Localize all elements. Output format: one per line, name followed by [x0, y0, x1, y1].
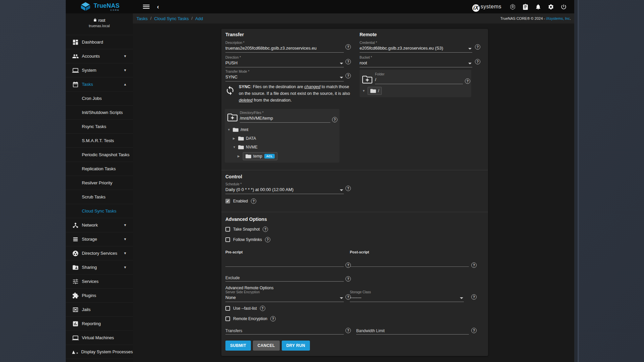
tree-collapse-icon[interactable]: ▼	[227, 128, 231, 131]
sidebar-item-network[interactable]: Network ▼	[66, 218, 133, 232]
follow-symlinks-checkbox[interactable]	[225, 237, 230, 242]
dropdown-arrow-icon[interactable]	[340, 297, 343, 299]
take-snapshot-help-icon[interactable]: ?	[263, 227, 268, 232]
sidebar-item-reporting[interactable]: Reporting	[66, 316, 133, 330]
remote-encryption-help-icon[interactable]: ?	[270, 316, 276, 321]
bandwidth-limit-input[interactable]	[356, 334, 469, 335]
follow-symlinks-help-icon[interactable]: ?	[265, 237, 270, 242]
sidebar-item-services[interactable]: Services	[66, 274, 133, 288]
sidebar-item-resilver-priority[interactable]: Resilver Priority	[66, 176, 133, 190]
pre-script-help-icon[interactable]: ?	[345, 262, 351, 268]
credential-help-icon[interactable]: ?	[475, 44, 480, 50]
truecommand-icon[interactable]	[509, 4, 516, 10]
sidebar-item-storage[interactable]: Storage ▼	[66, 232, 133, 246]
remote-tree-row-root[interactable]: ▼ /	[362, 87, 382, 95]
tree-row-data[interactable]: ▶ DATA	[233, 136, 256, 141]
breadcrumb-add[interactable]: Add	[195, 16, 203, 21]
dropdown-arrow-icon[interactable]	[340, 77, 343, 78]
back-chevron-icon[interactable]: ‹	[157, 4, 159, 10]
transfers-input[interactable]	[225, 334, 344, 335]
bucket-select[interactable]: Bucket * root	[360, 56, 472, 67]
sidebar-item-display-system-processes[interactable]: Display System Processes	[66, 345, 133, 359]
sidebar-item-shell[interactable]: >_ Shell	[66, 359, 133, 362]
sidebar-item-sharing[interactable]: Sharing ▼	[66, 260, 133, 274]
direction-select[interactable]: Direction * PUSH	[225, 56, 344, 67]
storage-class-help-icon[interactable]: ?	[471, 294, 477, 300]
fast-list-help-icon[interactable]: ?	[260, 306, 265, 311]
bucket-help-icon[interactable]: ?	[475, 59, 480, 64]
credential-select[interactable]: Credential * e205fcd68bbc.gslb.z3.zerose…	[360, 41, 472, 53]
sidebar-item-periodic-snapshot-tasks[interactable]: Periodic Snapshot Tasks	[66, 147, 133, 162]
fast-list-checkbox[interactable]	[225, 306, 230, 311]
tree-expand-icon[interactable]: ▶	[233, 137, 236, 140]
menu-hamburger-icon[interactable]	[143, 4, 150, 10]
window-scrollbar-thumb[interactable]	[578, 0, 579, 362]
transfer-mode-select[interactable]: Transfer Mode * SYNC	[225, 70, 344, 81]
exclude-help-icon[interactable]: ?	[345, 276, 351, 282]
dropdown-arrow-icon[interactable]	[460, 297, 463, 299]
folder-add-icon[interactable]	[227, 113, 237, 123]
cancel-button[interactable]: CANCEL	[253, 341, 280, 351]
tree-expand-icon[interactable]: ▼	[362, 89, 366, 93]
folder-add-icon[interactable]	[362, 75, 372, 85]
sidebar-item-rsync-tasks[interactable]: Rsync Tasks	[66, 119, 133, 133]
sidebar-item-plugins[interactable]: Plugins	[66, 288, 133, 302]
sidebar-item-virtual-machines[interactable]: Virtual Machines	[66, 330, 133, 345]
sidebar-item-smart-tests[interactable]: S.M.A.R.T. Tests	[66, 133, 133, 147]
transfer-mode-help-icon[interactable]: ?	[345, 73, 351, 78]
sidebar-item-jails[interactable]: Jails	[66, 302, 133, 316]
take-snapshot-checkbox[interactable]	[225, 227, 230, 232]
breadcrumb-cloud-sync-tasks[interactable]: Cloud Sync Tasks	[154, 16, 189, 21]
dropdown-arrow-icon[interactable]	[340, 189, 343, 191]
sidebar-item-cron-jobs[interactable]: Cron Jobs	[66, 91, 133, 105]
transfers-help-icon[interactable]: ?	[345, 328, 351, 333]
tree-collapse-icon[interactable]: ▼	[233, 145, 236, 149]
ixsystems-link[interactable]: iXsystems, Inc	[546, 16, 570, 20]
description-help-icon[interactable]: ?	[345, 44, 351, 50]
storage-class-select[interactable]: Storage Class --------	[350, 290, 464, 302]
window-scrollbar-track[interactable]	[574, 0, 578, 362]
remote-encryption-checkbox[interactable]	[225, 316, 230, 321]
dropdown-arrow-icon[interactable]	[468, 63, 472, 64]
schedule-help-icon[interactable]: ?	[345, 186, 351, 191]
directory-files-help-icon[interactable]: ?	[332, 117, 337, 122]
sidebar-item-system[interactable]: System ▼	[66, 63, 133, 77]
post-script-help-icon[interactable]: ?	[471, 262, 477, 268]
tree-expand-icon[interactable]: ▶	[237, 155, 241, 158]
sidebar-item-replication-tasks[interactable]: Replication Tasks	[66, 162, 133, 176]
sidebar-item-dashboard[interactable]: Dashboard	[66, 35, 133, 49]
tree-row-temp[interactable]: ▶ temp ACL	[237, 152, 277, 160]
folder-field[interactable]: Folder /	[375, 72, 463, 84]
sidebar-item-directory-services[interactable]: Directory Services ▼	[66, 246, 133, 260]
notifications-bell-icon[interactable]	[535, 4, 541, 10]
section-title-advanced-options: Advanced Options	[225, 217, 267, 222]
dropdown-arrow-icon[interactable]	[340, 63, 343, 64]
sidebar-item-init-shutdown-scripts[interactable]: Init/Shutdown Scripts	[66, 105, 133, 119]
exclude-input[interactable]	[225, 281, 344, 282]
folder-help-icon[interactable]: ?	[465, 78, 470, 84]
tree-row-nvme[interactable]: ▼ NVME	[233, 145, 258, 149]
dropdown-arrow-icon[interactable]	[468, 48, 472, 50]
tasks-clipboard-icon[interactable]	[522, 4, 529, 10]
tree-row-mnt[interactable]: ▼ /mnt	[227, 127, 248, 132]
server-side-encryption-select[interactable]: Server Side Encryption None	[225, 290, 344, 302]
directory-files-field[interactable]: Directory/Files * /mnt/NVME/temp	[240, 111, 330, 123]
description-field[interactable]: Description * truenas2e205fcd68bbc.gslb.…	[225, 41, 344, 53]
sidebar-item-accounts[interactable]: Accounts ▼	[66, 49, 133, 63]
sidebar-item-tasks[interactable]: Tasks ▲	[66, 77, 133, 91]
breadcrumb-tasks[interactable]: Tasks	[137, 16, 148, 21]
display-system-processes-icon	[71, 349, 79, 355]
sidebar-item-cloud-sync-tasks[interactable]: Cloud Sync Tasks	[66, 204, 133, 218]
direction-help-icon[interactable]: ?	[345, 59, 351, 64]
sidebar-item-scrub-tasks[interactable]: Scrub Tasks	[66, 190, 133, 204]
pre-script-input[interactable]	[225, 266, 344, 267]
post-script-input[interactable]	[350, 266, 469, 267]
settings-gear-icon[interactable]	[548, 4, 554, 10]
enabled-checkbox[interactable]: ✓	[225, 199, 230, 203]
dry-run-button[interactable]: DRY RUN	[282, 341, 310, 351]
bandwidth-limit-help-icon[interactable]: ?	[471, 328, 477, 333]
power-icon[interactable]	[560, 4, 567, 10]
enabled-help-icon[interactable]: ?	[251, 198, 256, 204]
schedule-select[interactable]: Schedule * Daily (0 0 * * *) at 00:00 (1…	[225, 182, 344, 194]
submit-button[interactable]: SUBMIT	[225, 341, 251, 351]
